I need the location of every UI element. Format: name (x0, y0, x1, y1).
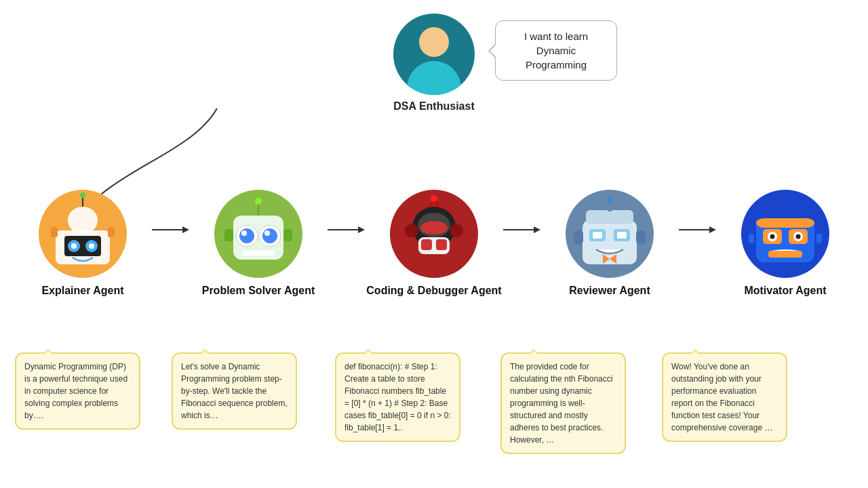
svg-point-8 (68, 207, 98, 234)
svg-point-20 (262, 228, 277, 243)
reviewer-avatar (566, 190, 654, 278)
svg-rect-23 (243, 251, 274, 256)
avatar-head (419, 27, 449, 57)
svg-rect-27 (283, 229, 292, 241)
svg-rect-35 (421, 239, 432, 250)
reviewer-label: Reviewer Agent (569, 285, 650, 297)
svg-point-38 (450, 224, 463, 237)
motivator-speech: Wow! You've done an outstanding job with… (662, 352, 787, 442)
svg-point-52 (606, 197, 613, 203)
svg-rect-51 (608, 202, 612, 211)
user-label: DSA Enthusiast (393, 100, 474, 113)
arrow-2 (328, 223, 365, 237)
user-speech-bubble: I want to learn Dynamic Programming (495, 20, 617, 81)
svg-point-10 (80, 192, 85, 198)
reviewer-speech: The provided code for calculating the nt… (500, 352, 626, 454)
svg-rect-12 (108, 227, 115, 237)
svg-rect-26 (224, 229, 233, 241)
explainer-speech: Dynamic Programming (DP) is a powerful t… (15, 352, 140, 430)
motivator-avatar (741, 190, 829, 278)
main-container: DSA Enthusiast I want to learn Dynamic P… (0, 0, 868, 488)
agent-coder: Coding & Debugger Agent (365, 190, 503, 297)
coder-avatar (390, 190, 478, 278)
svg-rect-68 (756, 218, 814, 228)
solver-avatar (214, 190, 302, 278)
svg-marker-43 (534, 226, 540, 233)
svg-rect-11 (51, 227, 58, 237)
svg-point-7 (89, 243, 94, 249)
svg-point-66 (796, 235, 801, 239)
user-section: DSA Enthusiast (393, 14, 475, 113)
svg-point-22 (264, 230, 270, 236)
svg-point-65 (770, 235, 775, 239)
arrow-3 (503, 223, 540, 237)
coder-label: Coding & Debugger Agent (366, 285, 501, 297)
svg-rect-72 (816, 234, 822, 243)
svg-point-21 (241, 230, 247, 236)
solver-label: Problem Solver Agent (202, 285, 315, 297)
motivator-label: Motivator Agent (744, 285, 826, 297)
explainer-label: Explainer Agent (41, 285, 123, 297)
arrow-1 (152, 223, 189, 237)
svg-rect-48 (593, 232, 602, 239)
svg-rect-71 (749, 234, 754, 243)
svg-rect-54 (636, 230, 646, 244)
svg-rect-49 (617, 232, 627, 239)
agents-row: Explainer Agent (14, 190, 854, 297)
coder-speech: def fibonacci(n): # Step 1: Create a tab… (335, 352, 460, 442)
svg-point-6 (71, 243, 77, 249)
agent-reviewer: Reviewer Agent (540, 190, 679, 297)
svg-rect-53 (574, 230, 583, 244)
avatar-body (407, 61, 461, 95)
svg-marker-29 (358, 226, 365, 233)
agent-motivator: Motivator Agent (716, 190, 854, 297)
svg-point-25 (255, 198, 262, 205)
svg-rect-67 (768, 251, 802, 258)
arrow-4 (679, 223, 716, 237)
svg-marker-14 (182, 226, 189, 233)
solver-speech: Let's solve a Dynamic Programming proble… (172, 352, 297, 430)
explainer-avatar (39, 190, 127, 278)
agent-explainer: Explainer Agent (14, 190, 152, 297)
svg-rect-45 (583, 220, 637, 264)
svg-marker-58 (709, 226, 716, 233)
svg-point-19 (239, 228, 254, 243)
agent-solver: Problem Solver Agent (189, 190, 328, 297)
user-avatar (393, 14, 475, 95)
svg-point-33 (420, 221, 448, 235)
svg-rect-50 (586, 210, 633, 224)
svg-rect-36 (436, 239, 447, 250)
svg-point-37 (405, 224, 418, 237)
svg-point-41 (431, 195, 437, 202)
